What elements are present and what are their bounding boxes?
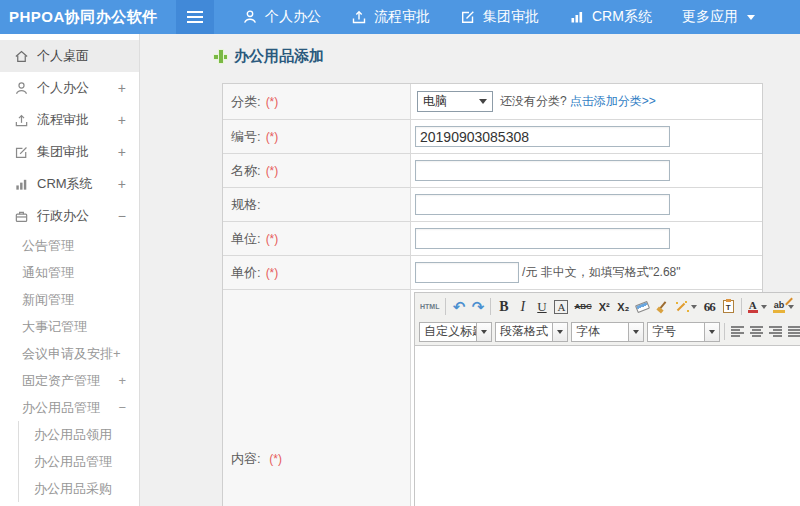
form-row-content: 内容: (*) HTML ↶ ↷ B <box>223 290 762 506</box>
toolbar-separator <box>490 298 491 315</box>
font-style-icon[interactable]: A <box>554 300 568 314</box>
sidebar-item-supplies-requisition[interactable]: 办公用品领用 <box>19 421 139 448</box>
sidebar-item-news-mgmt[interactable]: 新闻管理 <box>0 286 139 313</box>
home-icon <box>14 49 29 64</box>
sidebar-item-group-approval[interactable]: 集团审批 + <box>0 136 139 168</box>
dropdown-label: 自定义标题 <box>420 323 476 341</box>
blockquote-icon[interactable]: 66 <box>700 296 719 317</box>
bold-icon[interactable]: B <box>494 296 513 317</box>
redo-icon[interactable]: ↷ <box>468 296 487 317</box>
underline-icon[interactable]: U <box>532 296 551 317</box>
category-select[interactable]: 电脑 <box>417 91 493 112</box>
sidebar-item-notice-mgmt[interactable]: 通知管理 <box>0 259 139 286</box>
align-center-icon[interactable] <box>750 326 763 337</box>
dropdown-caret-icon[interactable] <box>552 323 567 341</box>
nav-group-approval[interactable]: 集团审批 <box>460 8 539 26</box>
add-category-link[interactable]: 点击添加分类>> <box>570 93 656 110</box>
expand-icon[interactable]: + <box>118 80 126 96</box>
sidebar-item-crm[interactable]: CRM系统 + <box>0 168 139 200</box>
sidebar-item-personal-office[interactable]: 个人办公 + <box>0 72 139 104</box>
sidebar-item-meeting-mgmt[interactable]: 会议申请及安排 + <box>0 340 139 367</box>
sidebar-item-supplies-management[interactable]: 办公用品管理 <box>19 448 139 475</box>
quick-format-icon[interactable] <box>675 300 688 313</box>
expand-icon[interactable]: + <box>113 346 121 361</box>
dropdown-label: 字体 <box>572 323 628 341</box>
dropdown-caret-icon[interactable] <box>628 323 643 341</box>
paste-as-text-icon[interactable]: T <box>723 300 734 313</box>
field-label: 规格: <box>223 188 411 221</box>
select-caret-icon <box>479 99 487 104</box>
top-nav: 个人办公 流程审批 集团审批 CRM系统 更多应用 <box>242 8 755 26</box>
add-icon <box>214 50 227 63</box>
italic-icon[interactable]: I <box>513 296 532 317</box>
expand-icon[interactable]: + <box>118 144 126 160</box>
sidebar-item-fixed-assets-mgmt[interactable]: 固定资产管理 + <box>0 367 139 394</box>
subscript-icon[interactable]: X₂ <box>614 296 633 317</box>
source-code-icon[interactable]: HTML <box>417 296 442 317</box>
expand-icon[interactable]: + <box>118 112 126 128</box>
label-wrap: 内容: (*) <box>231 450 282 468</box>
custom-heading-dropdown[interactable]: 自定义标题 <box>419 322 492 342</box>
sidebar-item-admin-office[interactable]: 行政办公 − <box>0 200 139 232</box>
nav-label: 个人办公 <box>265 8 321 26</box>
expand-icon[interactable]: + <box>118 373 126 388</box>
superscript-icon[interactable]: X² <box>595 296 614 317</box>
field-label: 单价: (*) <box>223 256 411 289</box>
align-right-icon[interactable] <box>769 326 782 337</box>
editor-toolbar-row-1: HTML ↶ ↷ B I U A ABC X² <box>417 294 800 319</box>
font-color-icon[interactable]: A <box>748 300 758 313</box>
undo-icon[interactable]: ↶ <box>449 296 468 317</box>
collapse-icon[interactable]: − <box>118 400 126 415</box>
label-text: 编号: <box>231 128 261 146</box>
font-family-dropdown[interactable]: 字体 <box>571 322 644 342</box>
strikethrough-icon[interactable]: ABC <box>571 296 594 317</box>
font-size-dropdown[interactable]: 字号 <box>647 322 720 342</box>
collapse-icon[interactable]: − <box>118 208 126 224</box>
sidebar-item-label: 流程审批 <box>37 111 118 129</box>
price-input[interactable] <box>415 262 519 283</box>
required-mark: (*) <box>266 232 279 246</box>
unit-input[interactable] <box>415 228 670 249</box>
name-input[interactable] <box>415 160 670 181</box>
sidebar-item-label: 办公用品采购 <box>34 480 112 498</box>
sidebar-item-supplies-purchase[interactable]: 办公用品采购 <box>19 475 139 502</box>
align-left-icon[interactable] <box>731 326 744 337</box>
label-text: 单价: <box>231 264 261 282</box>
sidebar-item-flow-approval[interactable]: 流程审批 + <box>0 104 139 136</box>
sidebar-submenu-office-supplies: 办公用品领用 办公用品管理 办公用品采购 <box>18 421 139 502</box>
toolbar-separator <box>741 298 742 315</box>
dropdown-caret-icon[interactable] <box>476 323 491 341</box>
editor-content-area[interactable] <box>415 346 800 506</box>
field-label: 编号: (*) <box>223 120 411 153</box>
nav-more-apps[interactable]: 更多应用 <box>682 8 755 26</box>
sidebar-item-label: 固定资产管理 <box>22 372 118 390</box>
nav-label: 流程审批 <box>374 8 430 26</box>
field-cell <box>411 188 762 221</box>
sidebar-toggle-button[interactable] <box>176 0 214 34</box>
number-input[interactable] <box>415 126 670 147</box>
eraser-icon[interactable] <box>635 300 650 312</box>
sidebar-item-announcement-mgmt[interactable]: 公告管理 <box>0 232 139 259</box>
toolbar-separator <box>445 298 446 315</box>
nav-personal-office[interactable]: 个人办公 <box>242 8 321 26</box>
caret-down-icon <box>747 15 755 20</box>
sidebar-item-personal-desktop[interactable]: 个人桌面 <box>0 40 139 72</box>
expand-icon[interactable]: + <box>118 176 126 192</box>
nav-flow-approval[interactable]: 流程审批 <box>351 8 430 26</box>
nav-label: 更多应用 <box>682 8 738 26</box>
highlight-color-icon[interactable]: ab <box>773 301 786 313</box>
sidebar-item-label: 个人桌面 <box>37 47 126 65</box>
sidebar-item-memorabilia-mgmt[interactable]: 大事记管理 <box>0 313 139 340</box>
paragraph-format-dropdown[interactable]: 段落格式 <box>495 322 568 342</box>
phpoa-app-window: PHPOA协同办公软件 个人办公 流程审批 集团审批 CRM系统 更多应用 <box>0 0 800 506</box>
format-brush-icon[interactable] <box>655 300 669 314</box>
page-title: 办公用品添加 <box>234 47 324 66</box>
required-mark: (*) <box>269 452 282 466</box>
sidebar-item-office-supplies-mgmt[interactable]: 办公用品管理 − <box>0 394 139 421</box>
category-hint: 还没有分类? <box>500 93 567 110</box>
justify-icon[interactable] <box>788 326 800 337</box>
spec-input[interactable] <box>415 194 670 215</box>
nav-crm[interactable]: CRM系统 <box>569 8 652 26</box>
form-row-spec: 规格: <box>223 188 762 222</box>
dropdown-caret-icon[interactable] <box>704 323 719 341</box>
